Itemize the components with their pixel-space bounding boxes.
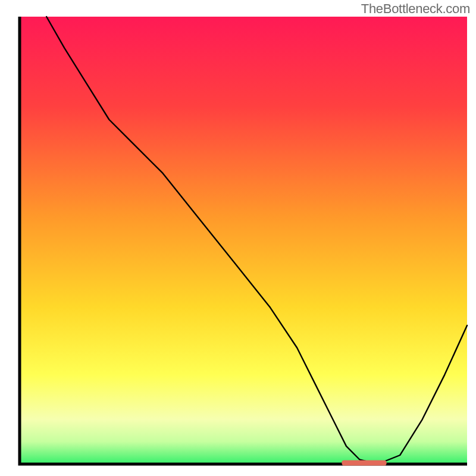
chart-svg bbox=[0, 0, 476, 476]
optimal-range-marker bbox=[342, 461, 386, 466]
watermark-text: TheBottleneck.com bbox=[361, 1, 470, 17]
bottleneck-chart bbox=[0, 0, 476, 476]
